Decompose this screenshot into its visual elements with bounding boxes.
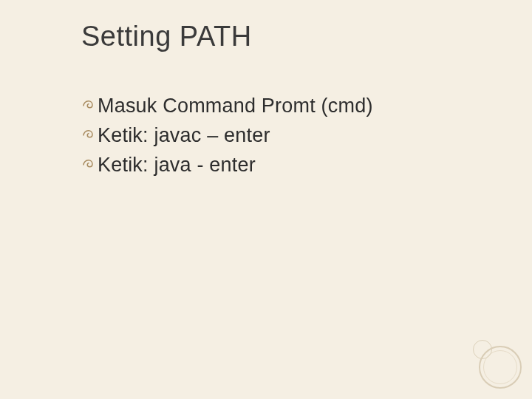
bullet-list: Masuk Command Promt (cmd) Ketik: javac –… [81,94,502,177]
bullet-text: Ketik: javac – enter [98,123,270,149]
swirl-icon [81,123,98,146]
slide-title: Setting PATH [81,21,502,52]
bullet-text: Masuk Command Promt (cmd) [98,94,373,119]
swirl-icon [81,153,98,175]
corner-decoration [467,334,522,389]
list-item: Ketik: java - enter [81,153,502,178]
list-item: Ketik: javac – enter [81,123,502,149]
swirl-icon [81,94,98,116]
bullet-text: Ketik: java - enter [98,153,256,178]
list-item: Masuk Command Promt (cmd) [81,94,502,119]
slide: Setting PATH Masuk Command Promt (cmd) K… [0,0,532,399]
